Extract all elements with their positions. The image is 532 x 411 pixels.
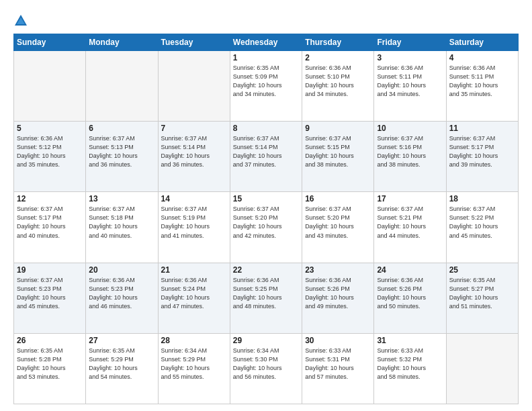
day-cell: 22Sunrise: 6:36 AM Sunset: 5:25 PM Dayli… — [230, 263, 302, 333]
day-info: Sunrise: 6:36 AM Sunset: 5:25 PM Dayligh… — [233, 276, 299, 311]
day-cell: 2Sunrise: 6:36 AM Sunset: 5:10 PM Daylig… — [302, 51, 374, 122]
day-number: 30 — [305, 336, 371, 345]
day-cell: 11Sunrise: 6:37 AM Sunset: 5:17 PM Dayli… — [446, 122, 518, 192]
day-number: 6 — [89, 124, 154, 133]
day-cell: 10Sunrise: 6:37 AM Sunset: 5:16 PM Dayli… — [374, 122, 446, 192]
day-info: Sunrise: 6:33 AM Sunset: 5:32 PM Dayligh… — [377, 347, 443, 381]
day-cell: 25Sunrise: 6:35 AM Sunset: 5:27 PM Dayli… — [446, 263, 518, 333]
day-number: 10 — [377, 124, 443, 133]
day-number: 23 — [305, 265, 371, 275]
day-number: 4 — [449, 53, 515, 62]
day-number: 9 — [305, 124, 371, 133]
day-cell: 21Sunrise: 6:36 AM Sunset: 5:24 PM Dayli… — [158, 263, 230, 333]
day-number: 31 — [377, 336, 443, 345]
day-cell: 27Sunrise: 6:35 AM Sunset: 5:29 PM Dayli… — [86, 333, 158, 404]
day-info: Sunrise: 6:36 AM Sunset: 5:23 PM Dayligh… — [89, 276, 154, 311]
week-row-1: 1Sunrise: 6:35 AM Sunset: 5:09 PM Daylig… — [14, 51, 519, 122]
day-info: Sunrise: 6:35 AM Sunset: 5:29 PM Dayligh… — [89, 347, 154, 381]
day-cell: 15Sunrise: 6:37 AM Sunset: 5:20 PM Dayli… — [230, 192, 302, 263]
day-info: Sunrise: 6:37 AM Sunset: 5:20 PM Dayligh… — [233, 205, 299, 240]
day-info: Sunrise: 6:34 AM Sunset: 5:29 PM Dayligh… — [161, 347, 227, 381]
day-cell: 20Sunrise: 6:36 AM Sunset: 5:23 PM Dayli… — [86, 263, 158, 333]
day-info: Sunrise: 6:37 AM Sunset: 5:23 PM Dayligh… — [17, 276, 83, 311]
day-number: 14 — [161, 194, 227, 203]
day-cell: 18Sunrise: 6:37 AM Sunset: 5:22 PM Dayli… — [446, 192, 518, 263]
weekday-header-row: SundayMondayTuesdayWednesdayThursdayFrid… — [14, 34, 519, 51]
day-number: 18 — [449, 194, 515, 203]
week-row-4: 19Sunrise: 6:37 AM Sunset: 5:23 PM Dayli… — [14, 263, 519, 333]
day-cell: 1Sunrise: 6:35 AM Sunset: 5:09 PM Daylig… — [230, 51, 302, 122]
day-cell — [446, 333, 518, 404]
day-number: 16 — [305, 194, 371, 203]
day-number: 19 — [17, 265, 83, 275]
day-cell: 9Sunrise: 6:37 AM Sunset: 5:15 PM Daylig… — [302, 122, 374, 192]
day-info: Sunrise: 6:37 AM Sunset: 5:17 PM Dayligh… — [17, 205, 83, 240]
day-info: Sunrise: 6:37 AM Sunset: 5:14 PM Dayligh… — [233, 134, 299, 169]
day-number: 2 — [305, 53, 371, 62]
day-cell: 24Sunrise: 6:36 AM Sunset: 5:26 PM Dayli… — [374, 263, 446, 333]
day-number: 3 — [377, 53, 443, 62]
day-info: Sunrise: 6:37 AM Sunset: 5:13 PM Dayligh… — [89, 134, 154, 169]
day-cell: 3Sunrise: 6:36 AM Sunset: 5:11 PM Daylig… — [374, 51, 446, 122]
day-cell: 4Sunrise: 6:36 AM Sunset: 5:11 PM Daylig… — [446, 51, 518, 122]
calendar-table: SundayMondayTuesdayWednesdayThursdayFrid… — [13, 34, 519, 404]
day-number: 25 — [449, 265, 515, 275]
weekday-header-thursday: Thursday — [302, 34, 374, 51]
day-cell: 8Sunrise: 6:37 AM Sunset: 5:14 PM Daylig… — [230, 122, 302, 192]
day-number: 11 — [449, 124, 515, 133]
day-number: 8 — [233, 124, 299, 133]
weekday-header-sunday: Sunday — [14, 34, 86, 51]
weekday-header-tuesday: Tuesday — [158, 34, 230, 51]
day-number: 22 — [233, 265, 299, 275]
day-number: 17 — [377, 194, 443, 203]
day-cell: 12Sunrise: 6:37 AM Sunset: 5:17 PM Dayli… — [14, 192, 86, 263]
day-info: Sunrise: 6:37 AM Sunset: 5:18 PM Dayligh… — [89, 205, 154, 240]
day-cell: 23Sunrise: 6:36 AM Sunset: 5:26 PM Dayli… — [302, 263, 374, 333]
day-info: Sunrise: 6:37 AM Sunset: 5:14 PM Dayligh… — [161, 134, 227, 169]
day-number: 13 — [89, 194, 154, 203]
weekday-header-saturday: Saturday — [446, 34, 518, 51]
day-cell: 28Sunrise: 6:34 AM Sunset: 5:29 PM Dayli… — [158, 333, 230, 404]
day-cell: 6Sunrise: 6:37 AM Sunset: 5:13 PM Daylig… — [86, 122, 158, 192]
day-info: Sunrise: 6:37 AM Sunset: 5:19 PM Dayligh… — [161, 205, 227, 240]
day-info: Sunrise: 6:37 AM Sunset: 5:20 PM Dayligh… — [305, 205, 371, 240]
day-number: 7 — [161, 124, 227, 133]
day-info: Sunrise: 6:34 AM Sunset: 5:30 PM Dayligh… — [233, 347, 299, 381]
day-info: Sunrise: 6:36 AM Sunset: 5:26 PM Dayligh… — [377, 276, 443, 311]
day-number: 26 — [17, 336, 83, 345]
day-info: Sunrise: 6:35 AM Sunset: 5:27 PM Dayligh… — [449, 276, 515, 311]
day-cell: 13Sunrise: 6:37 AM Sunset: 5:18 PM Dayli… — [86, 192, 158, 263]
day-number: 15 — [233, 194, 299, 203]
weekday-header-monday: Monday — [86, 34, 158, 51]
day-number: 12 — [17, 194, 83, 203]
day-info: Sunrise: 6:35 AM Sunset: 5:28 PM Dayligh… — [17, 347, 83, 381]
header — [13, 12, 519, 28]
day-cell: 29Sunrise: 6:34 AM Sunset: 5:30 PM Dayli… — [230, 333, 302, 404]
week-row-2: 5Sunrise: 6:36 AM Sunset: 5:12 PM Daylig… — [14, 122, 519, 192]
logo — [13, 12, 30, 28]
day-info: Sunrise: 6:35 AM Sunset: 5:09 PM Dayligh… — [233, 64, 299, 99]
day-info: Sunrise: 6:36 AM Sunset: 5:11 PM Dayligh… — [449, 64, 515, 99]
day-info: Sunrise: 6:37 AM Sunset: 5:21 PM Dayligh… — [377, 205, 443, 240]
day-cell: 16Sunrise: 6:37 AM Sunset: 5:20 PM Dayli… — [302, 192, 374, 263]
week-row-3: 12Sunrise: 6:37 AM Sunset: 5:17 PM Dayli… — [14, 192, 519, 263]
day-cell — [14, 51, 86, 122]
day-info: Sunrise: 6:36 AM Sunset: 5:24 PM Dayligh… — [161, 276, 227, 311]
day-cell: 17Sunrise: 6:37 AM Sunset: 5:21 PM Dayli… — [374, 192, 446, 263]
day-cell: 7Sunrise: 6:37 AM Sunset: 5:14 PM Daylig… — [158, 122, 230, 192]
day-number: 28 — [161, 336, 227, 345]
week-row-5: 26Sunrise: 6:35 AM Sunset: 5:28 PM Dayli… — [14, 333, 519, 404]
day-info: Sunrise: 6:37 AM Sunset: 5:16 PM Dayligh… — [377, 134, 443, 169]
day-info: Sunrise: 6:37 AM Sunset: 5:17 PM Dayligh… — [449, 134, 515, 169]
day-number: 21 — [161, 265, 227, 275]
day-cell — [158, 51, 230, 122]
day-info: Sunrise: 6:33 AM Sunset: 5:31 PM Dayligh… — [305, 347, 371, 381]
day-cell: 30Sunrise: 6:33 AM Sunset: 5:31 PM Dayli… — [302, 333, 374, 404]
day-info: Sunrise: 6:37 AM Sunset: 5:22 PM Dayligh… — [449, 205, 515, 240]
day-number: 1 — [233, 53, 299, 62]
day-cell: 31Sunrise: 6:33 AM Sunset: 5:32 PM Dayli… — [374, 333, 446, 404]
day-cell: 26Sunrise: 6:35 AM Sunset: 5:28 PM Dayli… — [14, 333, 86, 404]
day-cell: 14Sunrise: 6:37 AM Sunset: 5:19 PM Dayli… — [158, 192, 230, 263]
day-info: Sunrise: 6:36 AM Sunset: 5:26 PM Dayligh… — [305, 276, 371, 311]
day-number: 24 — [377, 265, 443, 275]
